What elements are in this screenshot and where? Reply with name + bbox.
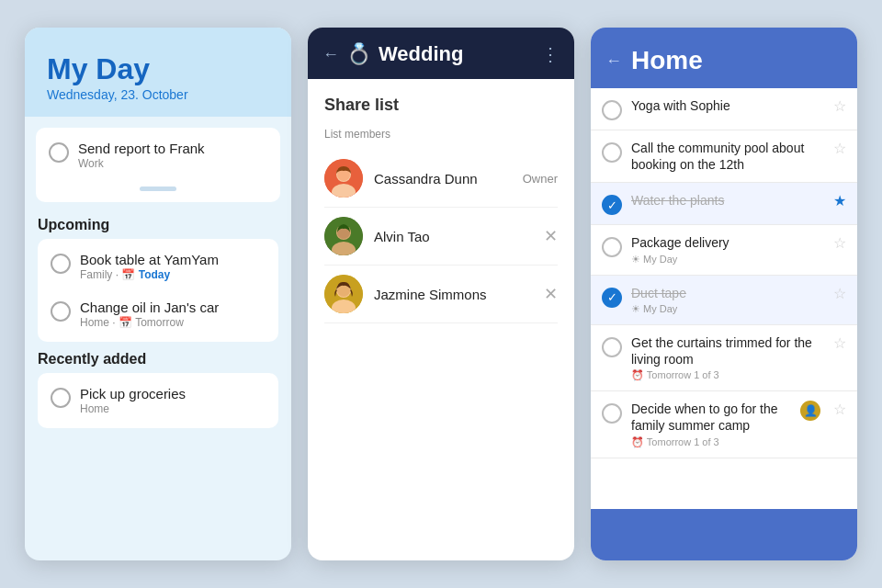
task-item[interactable]: Pick up groceries Home: [38, 377, 278, 424]
task-subtitle: Home · 📅 Tomorrow: [80, 316, 219, 329]
task-checkbox[interactable]: [49, 142, 69, 163]
upcoming-tasks: Book table at YamYam Family · 📅 Today Ch…: [38, 239, 278, 342]
star-icon[interactable]: ☆: [833, 285, 846, 302]
calendar-icon: 📅: [119, 316, 132, 329]
task-title: Send report to Frank: [78, 141, 205, 156]
task-title: Pick up groceries: [80, 386, 186, 401]
home-task-item[interactable]: Water the plants ★: [591, 183, 857, 225]
task-subtitle: ⏰ Tomorrow 1 of 3: [631, 436, 791, 448]
task-title: Get the curtains trimmed for the living …: [631, 334, 824, 368]
task-checkbox[interactable]: [51, 388, 71, 408]
recent-tasks: Pick up groceries Home: [38, 373, 278, 428]
task-subtitle: ⏰ Tomorrow 1 of 3: [631, 369, 824, 381]
home-panel: ← Home Yoga with Sophie ☆ Call the commu…: [591, 28, 857, 560]
task-checkbox[interactable]: [602, 237, 622, 257]
home-task-item[interactable]: Get the curtains trimmed for the living …: [591, 325, 857, 391]
home-task-item[interactable]: Package delivery ☀ My Day ☆: [591, 225, 857, 275]
task-subtitle: Home: [80, 402, 186, 415]
task-item[interactable]: Book table at YamYam Family · 📅 Today: [38, 243, 278, 290]
task-item[interactable]: Send report to Frank Work: [36, 131, 280, 179]
myday-body: Upcoming Book table at YamYam Family · 📅…: [25, 202, 291, 560]
avatar-cassandra: [324, 159, 363, 198]
task-title: Book table at YamYam: [80, 252, 219, 267]
avatar-small: 👤: [800, 401, 820, 421]
close-icon[interactable]: ✕: [544, 284, 558, 304]
home-task-item[interactable]: Duct tape ☀ My Day ☆: [591, 276, 857, 325]
task-checkbox[interactable]: [602, 337, 622, 357]
task-title: Duct tape: [631, 285, 824, 301]
member-name: Alvin Tao: [374, 229, 533, 244]
wedding-icon: 💍: [346, 42, 371, 66]
star-icon[interactable]: ★: [833, 192, 846, 209]
upcoming-heading: Upcoming: [38, 217, 278, 233]
myday-panel: My Day Wednesday, 23. October Send repor…: [25, 28, 291, 560]
back-arrow-icon[interactable]: ←: [605, 51, 622, 71]
share-heading: Share list: [324, 96, 558, 115]
member-role: Owner: [523, 172, 558, 186]
task-title: Change oil in Jan's car: [80, 300, 219, 315]
myday-current-tasks: Send report to Frank Work: [36, 128, 280, 202]
star-icon[interactable]: ☆: [833, 334, 846, 352]
avatar-alvin: [324, 217, 363, 255]
myday-date: Wednesday, 23. October: [47, 87, 269, 102]
avatar-svg: [324, 275, 363, 313]
wedding-title: Wedding: [379, 42, 463, 66]
wedding-panel: ← 💍 Wedding ⋮ Share list List members Ca…: [308, 28, 574, 560]
member-item[interactable]: Jazmine Simmons ✕: [324, 266, 558, 323]
home-footer: [591, 509, 857, 560]
more-options-icon[interactable]: ⋮: [541, 43, 560, 65]
home-header: ← Home: [591, 28, 857, 88]
avatar-jazmine: [324, 275, 363, 313]
star-icon[interactable]: ☆: [833, 97, 846, 115]
task-checkbox[interactable]: [602, 142, 622, 163]
member-item[interactable]: Cassandra Dunn Owner: [324, 150, 558, 208]
task-title: Call the community pool about booking on…: [631, 140, 824, 173]
task-subtitle: ☀ My Day: [631, 254, 824, 266]
task-checkbox[interactable]: [602, 403, 622, 424]
home-task-list: Yoga with Sophie ☆ Call the community po…: [591, 88, 857, 509]
star-icon[interactable]: ☆: [833, 234, 846, 252]
recently-heading: Recently added: [38, 351, 278, 368]
member-name: Jazmine Simmons: [374, 287, 533, 302]
home-task-item[interactable]: Yoga with Sophie ☆: [591, 88, 857, 130]
avatar-svg: [324, 159, 363, 198]
home-task-item[interactable]: Decide when to go for the family summer …: [591, 391, 857, 458]
task-title: Decide when to go for the family summer …: [631, 401, 791, 434]
task-subtitle: Family · 📅 Today: [80, 268, 219, 281]
task-subtitle: Work: [78, 157, 205, 170]
task-checkbox[interactable]: [51, 254, 71, 274]
home-task-item[interactable]: Call the community pool about booking on…: [591, 130, 857, 183]
star-icon[interactable]: ☆: [833, 401, 846, 418]
avatar-svg: [324, 217, 363, 255]
wedding-header: ← 💍 Wedding ⋮: [308, 28, 574, 79]
myday-title: My Day: [47, 53, 269, 85]
home-title: Home: [631, 46, 703, 75]
task-checkbox[interactable]: [602, 195, 622, 215]
divider: [140, 187, 176, 191]
task-title: Water the plants: [631, 192, 824, 209]
task-item[interactable]: Change oil in Jan's car Home · 📅 Tomorro…: [38, 290, 278, 338]
list-members-label: List members: [324, 128, 558, 141]
task-title: Yoga with Sophie: [631, 97, 824, 114]
wedding-body: Share list List members Cassandra Dunn O…: [308, 79, 574, 560]
calendar-icon: 📅: [121, 268, 135, 281]
task-checkbox[interactable]: [51, 301, 71, 322]
task-checkbox[interactable]: [602, 100, 622, 120]
myday-header: My Day Wednesday, 23. October: [25, 28, 291, 117]
task-checkbox[interactable]: [602, 288, 622, 308]
task-subtitle: ☀ My Day: [631, 303, 824, 315]
member-name: Cassandra Dunn: [374, 171, 512, 187]
member-item[interactable]: Alvin Tao ✕: [324, 208, 558, 266]
close-icon[interactable]: ✕: [544, 226, 558, 246]
task-title: Package delivery: [631, 234, 824, 251]
star-icon[interactable]: ☆: [833, 140, 846, 157]
back-arrow-icon[interactable]: ←: [322, 45, 339, 64]
